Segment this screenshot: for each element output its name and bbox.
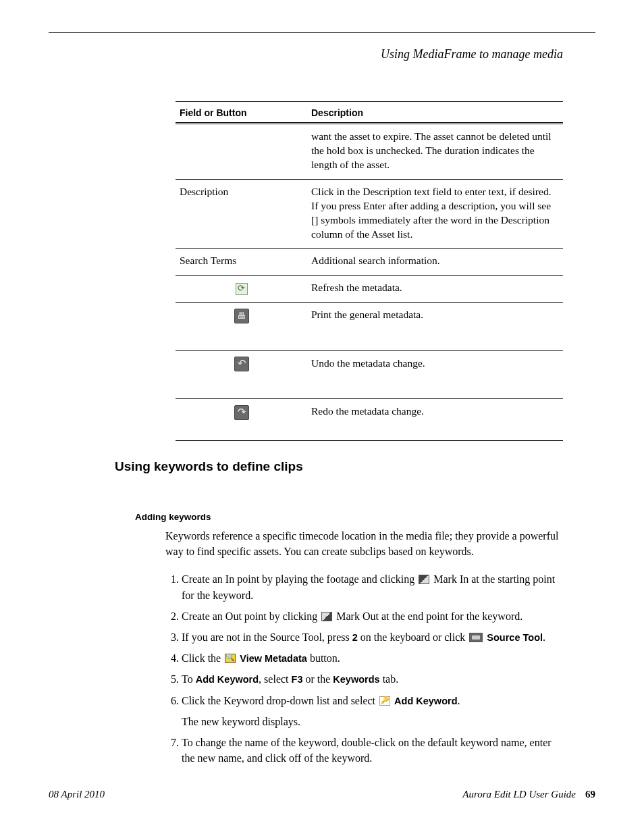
footer-page-number: 69 [585,789,595,800]
running-header: Using MediaFrame to manage media [381,47,563,61]
field-cell [176,303,307,350]
desc-cell: Undo the metadata change. [307,350,563,398]
table-header-desc: Description [307,102,563,124]
desc-cell: Click in the Description text field to e… [307,179,563,249]
step-item: If you are not in the Source Tool, press… [182,629,563,645]
table-container: Field or Button Description want the ass… [176,101,563,441]
sub-heading: Adding keywords [135,512,211,522]
step-item: Create an In point by playing the footag… [182,571,563,602]
desc-cell: Print the general metadata. [307,303,563,350]
step-item: To Add Keyword, select F3 or the Keyword… [182,671,563,687]
body-block: Keywords reference a specific timecode l… [165,528,563,771]
desc-cell: Refresh the metadata. [307,276,563,303]
step-text: Create an Out point by clicking [182,610,320,622]
button-label: Source Tool [487,632,543,643]
footer-book: Aurora Edit LD User Guide69 [462,789,595,800]
table-row: want the asset to expire. The asset cann… [176,124,563,180]
intro-paragraph: Keywords reference a specific timecode l… [165,528,563,559]
field-cell [176,124,307,180]
table-row: Refresh the metadata. [176,276,563,303]
mark-in-icon [419,575,429,584]
step-text: Click the Keyword drop-down list and sel… [182,695,378,706]
steps-list: Create an In point by playing the footag… [165,571,563,766]
keyboard-key: 2 [352,632,358,643]
step-text: To change the name of the keyword, doubl… [182,737,552,764]
step-text: If you are not in the Source Tool, press [182,631,352,643]
keyboard-key: F3 [292,674,303,685]
page-footer: 08 April 2010 Aurora Edit LD User Guide6… [49,789,595,800]
step-item: Create an Out point by clicking Mark Out… [182,608,563,624]
table-row: Undo the metadata change. [176,350,563,398]
add-keyword-icon [379,696,390,706]
source-tool-icon [469,633,483,642]
view-metadata-icon [225,654,236,663]
field-cell: Search Terms [176,249,307,276]
table-row: Search Terms Additional search informati… [176,249,563,276]
footer-date: 08 April 2010 [49,789,105,800]
tab-label: Keywords [333,674,379,685]
table-row: Redo the metadata change. [176,399,563,440]
step-result: The new keyword displays. [182,714,563,729]
step-text: tab. [380,673,399,685]
step-text: Mark Out at the end point for the keywor… [333,610,522,622]
step-item: Click the Keyword drop-down list and sel… [182,693,563,729]
footer-book-title: Aurora Edit LD User Guide [462,789,576,800]
step-text: Click the [182,652,223,664]
table-row: Description Click in the Description tex… [176,179,563,249]
refresh-icon [236,283,248,295]
step-item: To change the name of the keyword, doubl… [182,735,563,766]
redo-icon [234,405,249,420]
step-text: button. [307,652,340,664]
desc-cell: Additional search information. [307,249,563,276]
table-header-field: Field or Button [176,102,307,124]
top-rule [49,32,595,33]
desc-cell: Redo the metadata change. [307,399,563,440]
print-icon [234,309,249,323]
menu-label: Add Keyword [394,696,457,706]
action-label: Add Keyword [196,674,259,685]
button-label: View Metadata [240,653,307,664]
section-heading: Using keywords to define clips [115,459,303,474]
step-text: . [458,695,460,706]
mark-out-icon [321,612,332,621]
step-text: . [543,631,545,643]
step-text: Create an In point by playing the footag… [182,573,417,585]
field-cell [176,399,307,440]
step-item: Click the View Metadata button. [182,650,563,666]
undo-icon [234,357,249,371]
desc-cell: want the asset to expire. The asset cann… [307,124,563,180]
table-row: Print the general metadata. [176,303,563,350]
metadata-table: Field or Button Description want the ass… [176,101,563,441]
step-text: , select [259,673,291,685]
step-text: on the keyboard or click [358,631,468,643]
step-text: To [182,673,196,685]
field-cell: Description [176,179,307,249]
field-cell [176,276,307,303]
field-cell [176,350,307,398]
step-text: or the [302,673,333,685]
